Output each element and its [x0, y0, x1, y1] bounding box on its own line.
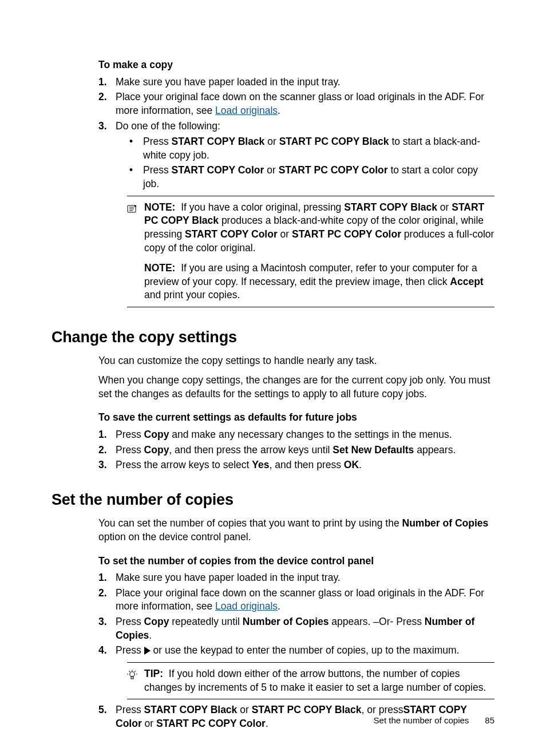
section-to-make-a-copy: To make a copy 1.Make sure you have pape…: [98, 58, 494, 310]
svg-rect-10: [131, 676, 133, 679]
svg-point-4: [130, 672, 134, 676]
load-originals-link[interactable]: Load originals: [215, 105, 278, 116]
note-callout: NOTE: If you have a color original, pres…: [127, 196, 494, 307]
list-item: 3.Press Copy repeatedly until Number of …: [98, 615, 494, 642]
svg-line-9: [134, 671, 136, 672]
bullet-item: Press START COPY Color or START PC COPY …: [127, 164, 494, 191]
list-item: 2.Place your original face down on the s…: [98, 587, 494, 613]
paragraph: When you change copy settings, the chang…: [98, 374, 494, 401]
note-icon: [127, 201, 144, 255]
paragraph: You can customize the copy settings to h…: [98, 354, 494, 368]
page-number: 85: [485, 715, 494, 725]
list-item: 4. Press or use the keypad to enter the …: [98, 644, 494, 702]
tip-icon: [127, 667, 144, 694]
tip-callout: TIP: If you hold down either of the arro…: [127, 662, 494, 699]
list-item: 2.Press Copy, and then press the arrow k…: [98, 444, 494, 457]
svg-line-8: [129, 671, 130, 672]
heading-set-number-of-copies: Set the number of copies: [52, 489, 494, 510]
list-item: 1.Make sure you have paper loaded in the…: [98, 571, 494, 585]
footer-section-title: Set the number of copies: [374, 715, 469, 725]
paragraph: You can set the number of copies that yo…: [98, 517, 494, 544]
list-item: 3. Do one of the following: Press START …: [98, 120, 494, 310]
list-item: 1.Press Copy and make any necessary chan…: [98, 428, 494, 442]
list-item: 3.Press the arrow keys to select Yes, an…: [98, 458, 494, 472]
list-item: 2.Place your original face down on the s…: [98, 90, 494, 117]
heading-change-copy-settings: Change the copy settings: [52, 327, 494, 347]
right-arrow-icon: [144, 647, 151, 655]
section-set-copies: You can set the number of copies that yo…: [98, 517, 494, 730]
bullet-item: Press START COPY Black or START PC COPY …: [127, 135, 494, 162]
subtitle: To save the current settings as defaults…: [98, 411, 494, 425]
list-item: 1.Make sure you have paper loaded in the…: [98, 76, 494, 89]
page: To make a copy 1.Make sure you have pape…: [0, 0, 546, 756]
subtitle: To set the number of copies from the dev…: [98, 555, 494, 568]
page-footer: Set the number of copies85: [374, 715, 494, 726]
load-originals-link[interactable]: Load originals: [215, 600, 278, 612]
section-change-settings: You can customize the copy settings to h…: [98, 354, 494, 472]
subtitle: To make a copy: [98, 58, 494, 72]
